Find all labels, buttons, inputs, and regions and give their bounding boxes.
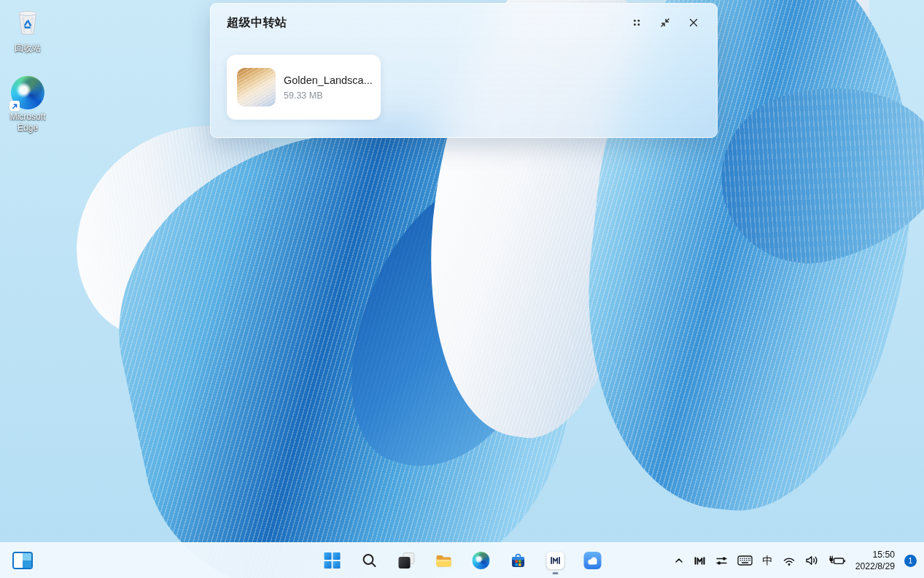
wifi-icon[interactable] — [783, 555, 796, 566]
recycle-bin-label: 回收站 — [15, 43, 41, 53]
golden-landscape-thumbnail — [237, 68, 276, 107]
super-hub-window: 超级中转站 — [210, 3, 718, 138]
file-size: 59.33 MB — [284, 90, 370, 101]
sliders-icon[interactable] — [715, 555, 728, 567]
taskbar-left — [12, 543, 33, 578]
battery-charging-icon[interactable] — [828, 555, 846, 566]
notification-badge[interactable]: 1 — [904, 555, 917, 567]
window-controls — [629, 15, 701, 30]
shortcut-arrow-icon — [9, 101, 20, 111]
desktop-screen: 回收站 Microsoft Edge 超级中转站 — [0, 0, 924, 578]
recycle-bin-icon — [14, 7, 42, 41]
taskbar-tray: 中 — [674, 543, 917, 578]
widgets-icon[interactable] — [12, 552, 33, 569]
collapse-icon[interactable] — [658, 15, 672, 30]
clock-time: 15:50 — [873, 549, 896, 560]
search-icon[interactable] — [360, 552, 378, 569]
running-indicator — [552, 572, 558, 574]
chevron-up-icon[interactable] — [674, 555, 684, 566]
keyboard-icon[interactable] — [737, 555, 753, 566]
cloud-app-icon[interactable] — [583, 552, 601, 569]
edge-icon[interactable] — [472, 552, 489, 569]
start-icon[interactable] — [323, 552, 341, 569]
window-title: 超级中转站 — [227, 15, 287, 31]
m-tray-icon[interactable] — [694, 555, 706, 567]
clock[interactable]: 15:50 2022/8/29 — [855, 549, 895, 573]
desktop-icon-list: 回收站 Microsoft Edge — [1, 7, 55, 133]
taskbar-center — [323, 543, 601, 578]
close-icon[interactable] — [686, 15, 701, 30]
store-icon[interactable] — [509, 552, 527, 569]
edge-shortcut-label: Microsoft Edge — [1, 112, 55, 133]
file-name: Golden_Landsca... — [284, 74, 370, 86]
file-card[interactable]: Golden_Landsca... 59.33 MB — [227, 55, 381, 120]
file-meta: Golden_Landsca... 59.33 MB — [284, 74, 370, 101]
clock-date: 2022/8/29 — [855, 560, 895, 572]
ime-indicator[interactable]: 中 — [762, 554, 773, 568]
volume-icon[interactable] — [805, 555, 819, 566]
task-view-icon[interactable] — [397, 552, 415, 569]
recycle-bin-shortcut[interactable]: 回收站 — [14, 7, 42, 53]
edge-shortcut[interactable]: Microsoft Edge — [1, 76, 55, 133]
super-hub-titlebar[interactable]: 超级中转站 — [211, 4, 717, 42]
grid-dots-icon[interactable] — [629, 15, 644, 30]
edge-icon — [11, 76, 44, 109]
m-app-icon[interactable] — [546, 552, 564, 569]
file-explorer-icon[interactable] — [435, 552, 452, 569]
taskbar: 中 — [0, 542, 924, 578]
